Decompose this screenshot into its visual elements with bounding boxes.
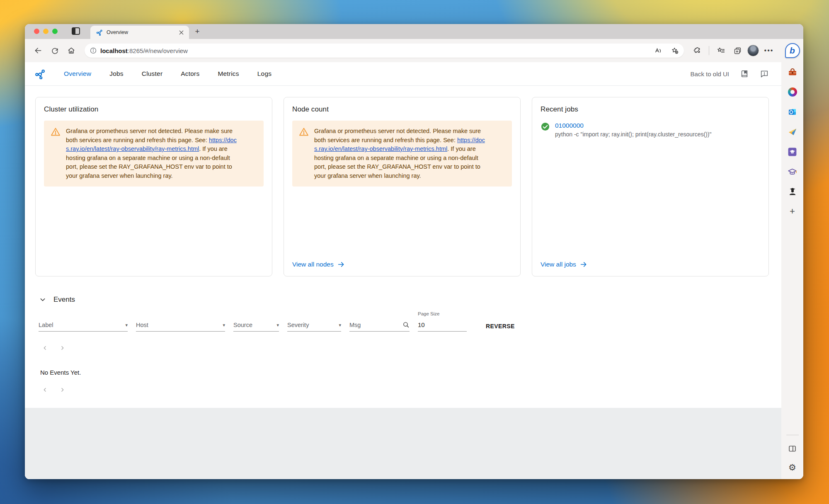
grafana-warning-alert: Grafana or prometheus server not detecte…	[292, 121, 512, 187]
node-count-card: Node count Grafana or prometheus server …	[284, 97, 521, 276]
ray-navbar: Overview Jobs Cluster Actors Metrics Log…	[25, 62, 781, 86]
page-footer-area	[25, 408, 781, 479]
warning-icon	[51, 127, 61, 180]
student-icon[interactable]	[787, 186, 798, 197]
extensions-icon[interactable]	[691, 44, 704, 57]
zoom-window-button[interactable]	[52, 29, 58, 34]
back-to-old-ui-link[interactable]: Back to old UI	[691, 70, 729, 78]
toolbox-icon[interactable]	[787, 66, 798, 78]
browser-window: Overview +	[25, 24, 803, 479]
toolbar-divider	[709, 46, 709, 55]
prev-page-icon[interactable]	[39, 384, 50, 395]
tab-title: Overview	[107, 29, 174, 35]
browser-toolbar: localhost:8265/#/new/overview	[25, 39, 781, 62]
overview-page: Cluster utilization Grafana or prometheu…	[25, 86, 781, 408]
sidebar-divider	[786, 435, 799, 435]
read-aloud-icon[interactable]	[652, 44, 665, 57]
arrow-right-icon	[337, 261, 345, 268]
favorites-icon[interactable]	[714, 44, 727, 57]
events-pagination-top	[39, 342, 769, 353]
arrow-right-icon	[580, 261, 587, 268]
card-title: Cluster utilization	[44, 105, 264, 114]
success-check-icon	[541, 122, 550, 131]
browser-tab-overview[interactable]: Overview	[90, 26, 189, 39]
dropdown-arrow-icon: ▾	[276, 322, 279, 328]
warning-text-before: Grafana or prometheus server not detecte…	[66, 128, 233, 143]
docs-book-icon[interactable]	[740, 69, 749, 78]
page-size-label: Page Size	[418, 311, 439, 316]
label-filter-select[interactable]: Label▾	[39, 322, 128, 332]
reverse-button[interactable]: REVERSE	[486, 323, 515, 332]
back-icon[interactable]	[32, 44, 45, 57]
job-id-link[interactable]: 01000000	[555, 122, 584, 129]
home-icon[interactable]	[65, 44, 78, 57]
recent-jobs-card: Recent jobs 01000000 python -c "import r…	[532, 97, 769, 276]
job-list-item: 01000000 python -c "import ray; ray.init…	[541, 122, 760, 138]
address-bar[interactable]: localhost:8265/#/new/overview	[85, 44, 684, 58]
view-all-nodes-link[interactable]: View all nodes	[292, 261, 345, 268]
msg-search-field[interactable]	[349, 321, 410, 332]
dropdown-arrow-icon: ▾	[339, 322, 341, 328]
url-host: localhost	[100, 47, 128, 54]
page-info-icon[interactable]	[90, 47, 97, 54]
source-filter-select[interactable]: Source▾	[233, 322, 279, 332]
view-all-jobs-link[interactable]: View all jobs	[541, 261, 587, 268]
refresh-icon[interactable]	[48, 44, 61, 57]
settings-gear-icon[interactable]: ⚙	[787, 462, 798, 473]
feedback-icon[interactable]	[760, 69, 769, 78]
microsoft-365-icon[interactable]	[787, 86, 798, 98]
bing-chat-icon[interactable]: b	[785, 43, 800, 58]
dropdown-arrow-icon: ▾	[125, 322, 128, 328]
ray-logo	[35, 68, 46, 79]
tab-strip: Overview +	[25, 24, 803, 39]
collections-icon[interactable]	[731, 44, 744, 57]
events-title: Events	[53, 296, 75, 304]
events-pagination-bottom	[39, 384, 769, 395]
no-events-message: No Events Yet.	[40, 369, 769, 376]
tab-jobs[interactable]: Jobs	[109, 70, 124, 78]
tab-actors[interactable]: Actors	[181, 70, 199, 78]
grafana-warning-alert: Grafana or prometheus server not detecte…	[44, 121, 264, 187]
next-page-icon[interactable]	[57, 384, 68, 395]
events-filter-row: Label▾ Host▾ Source▾ Severity▾	[39, 321, 769, 332]
ray-favicon	[96, 29, 103, 36]
tab-metrics[interactable]: Metrics	[218, 70, 239, 78]
page-size-field[interactable]: Page Size	[418, 321, 467, 332]
prev-page-icon[interactable]	[39, 342, 50, 353]
job-command: python -c "import ray; ray.init(); print…	[555, 131, 711, 138]
more-menu-icon[interactable]: •••	[762, 44, 776, 57]
host-filter-select[interactable]: Host▾	[136, 322, 225, 332]
education-app-icon[interactable]	[787, 146, 798, 158]
add-to-sidebar-icon[interactable]: +	[787, 206, 798, 217]
msg-search-input[interactable]	[349, 322, 402, 328]
outlook-icon[interactable]	[787, 106, 798, 118]
severity-filter-select[interactable]: Severity▾	[287, 322, 341, 332]
graduation-cap-icon[interactable]	[787, 166, 798, 177]
search-icon	[402, 321, 410, 328]
page-viewport: Overview Jobs Cluster Actors Metrics Log…	[25, 62, 781, 479]
page-size-input[interactable]	[418, 321, 467, 328]
cluster-utilization-card: Cluster utilization Grafana or prometheu…	[35, 97, 272, 276]
paper-plane-icon[interactable]	[787, 126, 798, 138]
tab-logs[interactable]: Logs	[257, 70, 271, 78]
next-page-icon[interactable]	[57, 342, 68, 353]
tab-cluster[interactable]: Cluster	[142, 70, 163, 78]
url-text[interactable]: localhost:8265/#/new/overview	[100, 47, 648, 54]
profile-avatar[interactable]	[747, 45, 759, 56]
new-tab-button[interactable]: +	[192, 27, 202, 36]
edge-sidebar: b +	[781, 39, 803, 479]
add-favorite-icon[interactable]	[668, 44, 681, 57]
minimize-window-button[interactable]	[43, 29, 48, 34]
warning-icon	[299, 127, 309, 180]
window-body: localhost:8265/#/new/overview	[25, 39, 803, 479]
tab-close-icon[interactable]	[177, 29, 185, 36]
tab-layout-icon[interactable]	[72, 27, 80, 35]
events-section-header[interactable]: Events	[35, 296, 769, 304]
card-title: Node count	[292, 105, 512, 114]
panel-toggle-icon[interactable]	[787, 443, 798, 454]
window-controls	[34, 29, 58, 34]
chevron-down-icon[interactable]	[39, 296, 47, 304]
tab-overview[interactable]: Overview	[64, 70, 91, 78]
close-window-button[interactable]	[34, 29, 39, 34]
url-path: :8265/#/new/overview	[128, 47, 188, 54]
